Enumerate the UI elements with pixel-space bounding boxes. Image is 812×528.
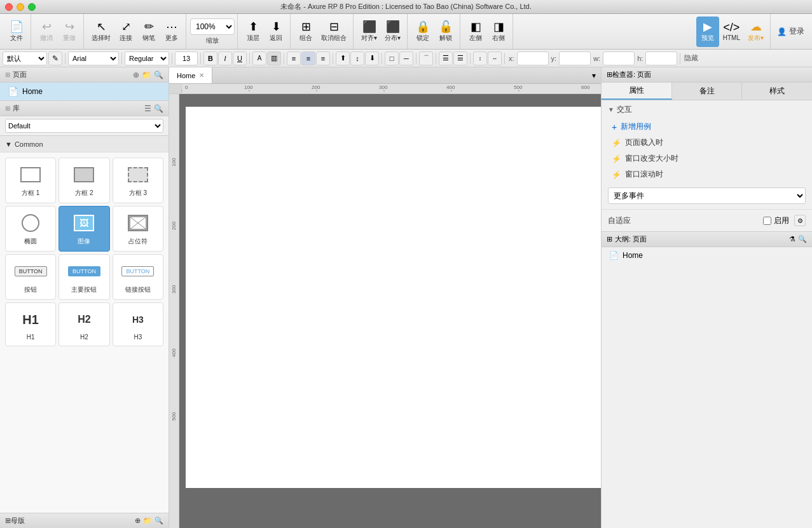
- redo-button[interactable]: ↪ 重做: [58, 17, 81, 47]
- pages-add-icon[interactable]: ⊕: [133, 71, 139, 79]
- file-button[interactable]: 📄 文件: [5, 17, 28, 47]
- enable-checkbox-label[interactable]: 启用: [763, 215, 789, 226]
- widget-placeholder[interactable]: 占位符: [113, 206, 163, 252]
- left-side-button[interactable]: ◧ 左侧: [464, 17, 487, 47]
- library-menu-icon[interactable]: ☰: [144, 104, 151, 113]
- svg-text:100: 100: [244, 85, 253, 90]
- y-input[interactable]: [559, 51, 591, 65]
- top-button[interactable]: ⬆ 顶层: [242, 17, 265, 47]
- pages-actions: ⊕ 📁 🔍: [133, 71, 163, 79]
- widget-library: ▼ Common 方框 1 方框 2: [0, 136, 169, 513]
- char-spacing-button[interactable]: ↔: [488, 51, 502, 65]
- uncombine-button[interactable]: ⊟ 取消组合: [317, 17, 350, 47]
- rect1-icon: [18, 163, 43, 186]
- publish-button[interactable]: ☁ 发布▾: [744, 17, 767, 47]
- more-events-select[interactable]: 更多事件: [608, 187, 806, 204]
- fill-color-button[interactable]: ▥: [267, 51, 281, 65]
- widget-h2[interactable]: H2 H2: [58, 302, 109, 346]
- zoom-select[interactable]: 100% 75% 50% 150% 200%: [190, 18, 235, 35]
- tab-style[interactable]: 样式: [742, 83, 812, 100]
- select-button[interactable]: ↖ 选择时: [88, 17, 114, 47]
- widget-link-button[interactable]: BUTTON 链接按钮: [113, 254, 163, 300]
- outline-search-icon[interactable]: 🔍: [798, 235, 807, 243]
- lock-button[interactable]: 🔒 锁定: [411, 17, 434, 47]
- list-style-button[interactable]: ☰: [453, 51, 467, 65]
- master-add-icon[interactable]: ⊕: [135, 517, 141, 525]
- widget-rect2[interactable]: 方框 2: [58, 158, 109, 203]
- tab-close-icon[interactable]: ✕: [199, 72, 204, 79]
- right-side-button[interactable]: ◨ 右侧: [487, 17, 510, 47]
- corner-button[interactable]: ⌒: [419, 51, 433, 65]
- adaptive-settings-icon[interactable]: ⚙: [794, 215, 806, 226]
- widget-rect1[interactable]: 方框 1: [5, 158, 56, 203]
- html-button[interactable]: </> HTML: [719, 17, 744, 47]
- svg-text:200: 200: [312, 85, 320, 90]
- widget-button[interactable]: BUTTON 按钮: [5, 254, 56, 300]
- minimize-button[interactable]: [17, 3, 24, 11]
- widget-h1[interactable]: H1 H1: [5, 302, 56, 346]
- underline-button[interactable]: U: [233, 51, 247, 65]
- text-format-group: B I U: [203, 51, 247, 65]
- align-button[interactable]: ⬛ 对齐▾: [357, 17, 381, 47]
- signin-button[interactable]: 👤 登录: [772, 24, 809, 39]
- border-style-button[interactable]: ─: [399, 51, 413, 65]
- align-right-button[interactable]: ≡: [316, 51, 330, 65]
- widget-h3[interactable]: H3 H3: [113, 302, 163, 346]
- interaction-section-title[interactable]: ▼ 交互: [602, 100, 812, 119]
- add-case-button[interactable]: + 新增用例: [602, 119, 812, 135]
- connect-button[interactable]: ⤢ 连接: [114, 17, 137, 47]
- font-select[interactable]: Arial: [68, 51, 119, 65]
- pages-folder-icon[interactable]: 📁: [142, 71, 151, 79]
- valign-bot-button[interactable]: ⬇: [365, 51, 379, 65]
- page-home[interactable]: 📄 Home: [0, 83, 169, 100]
- maximize-button[interactable]: [28, 3, 36, 11]
- distribute-button[interactable]: ⬛ 分布▾: [381, 17, 404, 47]
- valign-mid-button[interactable]: ↕: [350, 51, 364, 65]
- widget-primary-button[interactable]: BUTTON 主要按钮: [58, 254, 109, 300]
- enable-checkbox[interactable]: [763, 217, 771, 225]
- pages-search-icon[interactable]: 🔍: [154, 71, 163, 79]
- h-input[interactable]: [645, 51, 677, 65]
- w-input[interactable]: [603, 51, 635, 65]
- size-input[interactable]: [175, 51, 198, 65]
- tab-property[interactable]: 属性: [602, 83, 672, 100]
- horizontal-ruler: 0 100 200 300 400 500 600: [169, 84, 601, 94]
- canvas-page[interactable]: [186, 107, 601, 488]
- border-button[interactable]: □: [385, 51, 399, 65]
- valign-top-button[interactable]: ⬆: [336, 51, 350, 65]
- outline-filter-icon[interactable]: ⚗: [789, 235, 795, 243]
- back-button[interactable]: ⬇ 返回: [265, 17, 287, 47]
- widget-rect3[interactable]: 方框 3: [113, 158, 163, 203]
- master-search-icon[interactable]: 🔍: [155, 517, 163, 525]
- tab-notes[interactable]: 备注: [672, 83, 743, 100]
- category-common[interactable]: ▼ Common: [0, 136, 169, 152]
- more-button[interactable]: ⋯ 更多: [160, 17, 183, 47]
- bold-button[interactable]: B: [203, 51, 217, 65]
- widget-ellipse[interactable]: 椭圆: [5, 206, 56, 252]
- canvas[interactable]: [179, 94, 601, 528]
- canvas-tab-home[interactable]: Home ✕: [169, 67, 212, 83]
- master-folder-icon[interactable]: 📁: [143, 517, 152, 525]
- pen-button[interactable]: ✏ 钢笔: [137, 17, 160, 47]
- tab-dropdown-button[interactable]: ▾: [587, 71, 601, 80]
- combine-button[interactable]: ⊞ 组合: [294, 17, 317, 47]
- undo-button[interactable]: ↩ 撤消: [35, 17, 58, 47]
- uncombine-label: 取消组合: [321, 34, 347, 43]
- library-search-icon[interactable]: 🔍: [154, 104, 163, 113]
- unlock-button[interactable]: 🔓 解锁: [434, 17, 457, 47]
- align-center-button[interactable]: ≡: [301, 51, 315, 65]
- style-edit-button[interactable]: ✎: [48, 51, 62, 65]
- style-select[interactable]: 默认: [3, 51, 47, 65]
- widget-image[interactable]: 🖼 图像: [58, 206, 109, 252]
- x-input[interactable]: [517, 51, 549, 65]
- line-spacing-button[interactable]: ↕: [473, 51, 487, 65]
- font-color-button[interactable]: A: [252, 51, 266, 65]
- library-select[interactable]: Default: [5, 119, 163, 133]
- weight-select[interactable]: Regular Bold Italic: [125, 51, 169, 65]
- italic-button[interactable]: I: [218, 51, 232, 65]
- close-button[interactable]: [5, 3, 13, 11]
- align-left-button[interactable]: ≡: [287, 51, 301, 65]
- list-button[interactable]: ☰: [439, 51, 453, 65]
- outline-item-home[interactable]: 📄 Home: [602, 247, 812, 264]
- preview-button[interactable]: ▶ 预览: [696, 17, 719, 47]
